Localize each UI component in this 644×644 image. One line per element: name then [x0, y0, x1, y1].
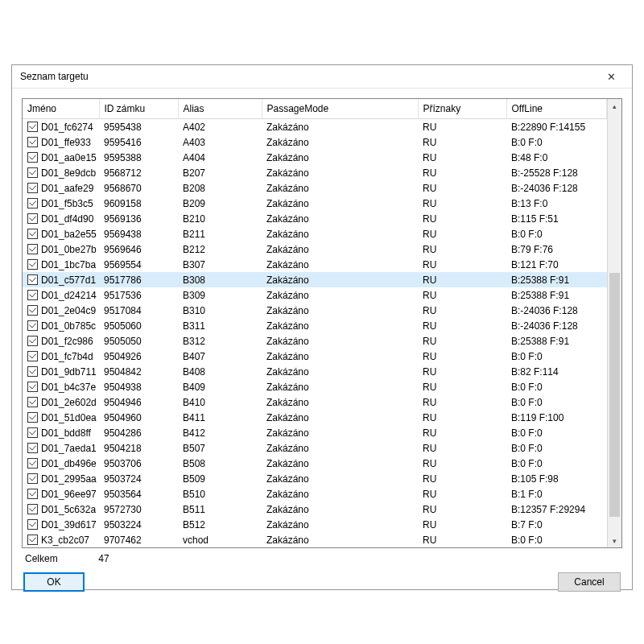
cell-passagemode[interactable]: Zakázáno — [262, 333, 418, 349]
checkbox-icon[interactable] — [27, 397, 38, 407]
checkbox-icon[interactable] — [27, 290, 38, 300]
cell-alias[interactable]: B408 — [178, 364, 262, 379]
table-row[interactable]: D01_5c632a9572730B511ZakázánoRUB:12357 F… — [23, 502, 607, 517]
table-row[interactable]: D01_f2c9869505050B312ZakázánoRUB:25388 F… — [23, 333, 607, 349]
cell-alias[interactable]: B511 — [178, 502, 262, 517]
cell-alias[interactable]: B210 — [178, 211, 262, 226]
cell-alias[interactable]: B310 — [178, 303, 262, 318]
cell-passagemode[interactable]: Zakázáno — [262, 410, 418, 425]
cell-alias[interactable]: B312 — [178, 333, 262, 349]
cell-alias[interactable]: B212 — [178, 242, 262, 257]
cell-flags[interactable]: RU — [418, 180, 506, 196]
cell-flags[interactable]: RU — [418, 425, 506, 440]
cell-name[interactable]: D01_f2c986 — [23, 333, 99, 349]
scroll-up-icon[interactable]: ▴ — [608, 99, 621, 113]
cell-offline[interactable]: B:0 F:0 — [506, 425, 607, 440]
cell-name[interactable]: D01_df4d90 — [23, 211, 99, 226]
cell-flags[interactable]: RU — [418, 364, 506, 379]
cell-flags[interactable]: RU — [418, 471, 506, 486]
table-row[interactable]: D01_aafe299568670B208ZakázánoRUB:-24036 … — [23, 180, 607, 196]
cell-offline[interactable]: B:12357 F:29294 — [506, 502, 607, 517]
table-row[interactable]: D01_1bc7ba9569554B307ZakázánoRUB:121 F:7… — [23, 257, 607, 272]
cell-flags[interactable]: RU — [418, 272, 506, 287]
checkbox-icon[interactable] — [27, 443, 38, 453]
cell-alias[interactable]: B309 — [178, 287, 262, 303]
cell-offline[interactable]: B:1 F:0 — [506, 486, 607, 502]
titlebar[interactable]: Seznam targetu ✕ — [12, 65, 632, 89]
cell-lockid[interactable]: 9595416 — [99, 134, 178, 150]
cell-name[interactable]: D01_5c632a — [23, 502, 99, 517]
cancel-button[interactable]: Cancel — [558, 572, 621, 592]
checkbox-icon[interactable] — [27, 351, 38, 361]
cell-alias[interactable]: B409 — [178, 379, 262, 394]
cell-flags[interactable]: RU — [418, 379, 506, 394]
table-row[interactable]: D01_fc62749595438A402ZakázánoRUB:22890 F… — [23, 119, 607, 135]
cell-offline[interactable]: B:25388 F:91 — [506, 287, 607, 303]
table-row[interactable]: D01_c577d19517786B308ZakázánoRUB:25388 F… — [23, 272, 607, 287]
cell-offline[interactable]: B:-24036 F:128 — [506, 180, 607, 196]
cell-alias[interactable]: B508 — [178, 456, 262, 471]
checkbox-icon[interactable] — [27, 489, 38, 499]
column-header-passagemode[interactable]: PassageMode — [262, 99, 418, 119]
cell-flags[interactable]: RU — [418, 440, 506, 456]
checkbox-icon[interactable] — [27, 198, 38, 208]
cell-lockid[interactable]: 9595388 — [99, 150, 178, 165]
table-row[interactable]: D01_9db7119504842B408ZakázánoRUB:82 F:11… — [23, 364, 607, 379]
column-header-offline[interactable]: OffLine — [506, 99, 607, 119]
cell-alias[interactable]: B412 — [178, 425, 262, 440]
cell-passagemode[interactable]: Zakázáno — [262, 502, 418, 517]
cell-lockid[interactable]: 9569646 — [99, 242, 178, 257]
table-row[interactable]: D01_b4c37e9504938B409ZakázánoRUB:0 F:0 — [23, 379, 607, 394]
column-header-name[interactable]: Jméno — [23, 99, 99, 119]
checkbox-icon[interactable] — [27, 137, 38, 147]
cell-offline[interactable]: B:25388 F:91 — [506, 272, 607, 287]
cell-lockid[interactable]: 9504218 — [99, 440, 178, 456]
cell-flags[interactable]: RU — [418, 196, 506, 211]
table-row[interactable]: D01_0b785c9505060B311ZakázánoRUB:-24036 … — [23, 318, 607, 333]
cell-lockid[interactable]: 9504286 — [99, 425, 178, 440]
cell-alias[interactable]: B211 — [178, 226, 262, 242]
cell-offline[interactable]: B:7 F:0 — [506, 517, 607, 532]
checkbox-icon[interactable] — [27, 152, 38, 163]
cell-name[interactable]: D01_aa0e15 — [23, 150, 99, 165]
cell-passagemode[interactable]: Zakázáno — [262, 287, 418, 303]
cell-alias[interactable]: B208 — [178, 180, 262, 196]
cell-lockid[interactable]: 9505050 — [99, 333, 178, 349]
table-row[interactable]: D01_ffe9339595416A403ZakázánoRUB:0 F:0 — [23, 134, 607, 150]
cell-alias[interactable]: B411 — [178, 410, 262, 425]
cell-flags[interactable]: RU — [418, 287, 506, 303]
cell-name[interactable]: D01_1bc7ba — [23, 257, 99, 272]
cell-passagemode[interactable]: Zakázáno — [262, 517, 418, 532]
column-header-flags[interactable]: Příznaky — [418, 99, 506, 119]
cell-flags[interactable]: RU — [418, 333, 506, 349]
cell-lockid[interactable]: 9504926 — [99, 349, 178, 364]
cell-flags[interactable]: RU — [418, 150, 506, 165]
cell-name[interactable]: D01_aafe29 — [23, 180, 99, 196]
scroll-track[interactable] — [608, 113, 621, 534]
table-row[interactable]: D01_39d6179503224B512ZakázánoRUB:7 F:0 — [23, 517, 607, 532]
cell-alias[interactable]: B509 — [178, 471, 262, 486]
cell-name[interactable]: D01_bdd8ff — [23, 425, 99, 440]
table-row[interactable]: D01_7aeda19504218B507ZakázánoRUB:0 F:0 — [23, 440, 607, 456]
checkbox-icon[interactable] — [27, 213, 38, 224]
checkbox-icon[interactable] — [27, 167, 38, 178]
cell-alias[interactable]: B207 — [178, 165, 262, 180]
cell-lockid[interactable]: 9503224 — [99, 517, 178, 532]
cell-offline[interactable]: B:79 F:76 — [506, 242, 607, 257]
cell-offline[interactable]: B:-25528 F:128 — [506, 165, 607, 180]
cell-name[interactable]: D01_fc7b4d — [23, 349, 99, 364]
cell-offline[interactable]: B:0 F:0 — [506, 532, 607, 547]
cell-passagemode[interactable]: Zakázáno — [262, 379, 418, 394]
cell-passagemode[interactable]: Zakázáno — [262, 196, 418, 211]
cell-alias[interactable]: A403 — [178, 134, 262, 150]
cell-passagemode[interactable]: Zakázáno — [262, 425, 418, 440]
table-row[interactable]: D01_ba2e559569438B211ZakázánoRUB:0 F:0 — [23, 226, 607, 242]
cell-flags[interactable]: RU — [418, 410, 506, 425]
checkbox-icon[interactable] — [27, 412, 38, 423]
cell-passagemode[interactable]: Zakázáno — [262, 226, 418, 242]
cell-passagemode[interactable]: Zakázáno — [262, 456, 418, 471]
cell-flags[interactable]: RU — [418, 349, 506, 364]
cell-passagemode[interactable]: Zakázáno — [262, 471, 418, 486]
cell-passagemode[interactable]: Zakázáno — [262, 242, 418, 257]
table-row[interactable]: D01_2e04c99517084B310ZakázánoRUB:-24036 … — [23, 303, 607, 318]
